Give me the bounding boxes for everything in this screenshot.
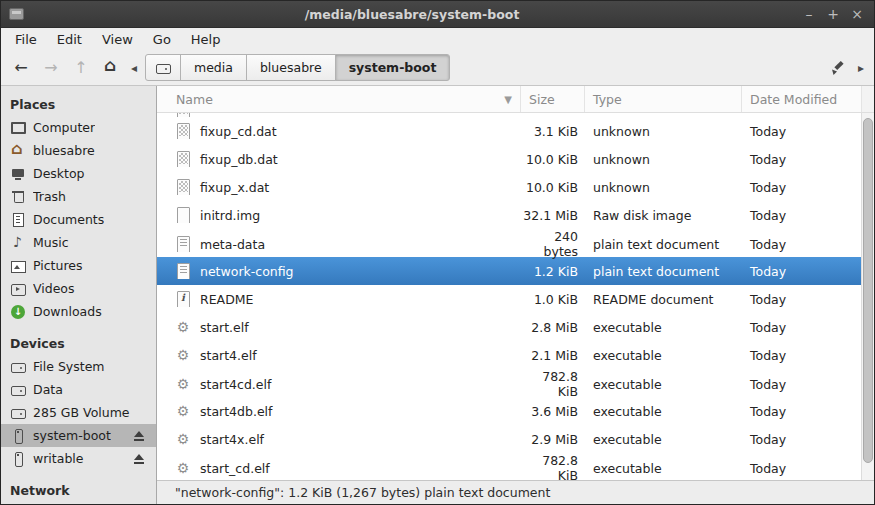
- column-header-label: Name: [176, 92, 213, 107]
- file-size-cell: 3.1 KiB: [521, 124, 585, 139]
- file-name-cell: fixup_db.dat: [157, 151, 521, 167]
- unknown-file-icon: [175, 123, 191, 139]
- file-row-fixup-db-dat[interactable]: fixup_db.dat10.0 KiBunknownToday: [157, 145, 861, 173]
- column-headers: Name▼SizeTypeDate Modified: [157, 86, 874, 113]
- drive-icon: [10, 382, 26, 398]
- status-text: "network-config": 1.2 KiB (1,267 bytes) …: [175, 485, 550, 500]
- sidebar-item-data[interactable]: Data: [1, 378, 156, 401]
- sort-indicator-icon: ▼: [504, 94, 512, 105]
- scrollbar-thumb[interactable]: [863, 118, 873, 463]
- menu-file[interactable]: File: [5, 30, 47, 49]
- file-row-start4db-elf[interactable]: start4db.elf3.6 MiBexecutableToday: [157, 397, 861, 425]
- breadcrumb-root-button[interactable]: [145, 54, 181, 81]
- drive-icon: [10, 359, 26, 375]
- sidebar-item-downloads[interactable]: Downloads: [1, 300, 156, 323]
- sidebar-item-music[interactable]: Music: [1, 231, 156, 254]
- sidebar-item-system-boot[interactable]: system-boot: [1, 424, 156, 447]
- file-date-cell: Today: [742, 208, 861, 223]
- file-row-network-config[interactable]: network-config1.2 KiBplain text document…: [157, 257, 861, 285]
- titlebar[interactable]: /media/bluesabre/system-boot – + ×: [1, 1, 874, 28]
- eject-icon[interactable]: [131, 451, 147, 467]
- forward-button[interactable]: →: [37, 54, 65, 81]
- file-pane: Name▼SizeTypeDate Modified fixup_cd.dat3…: [157, 86, 874, 504]
- menu-help[interactable]: Help: [181, 30, 231, 49]
- text-file-icon: [175, 263, 191, 279]
- file-row-readme[interactable]: README1.0 KiBREADME documentToday: [157, 285, 861, 313]
- menubar: FileEditViewGoHelp: [1, 28, 874, 50]
- file-type-cell: executable: [585, 377, 742, 392]
- breadcrumb-scroll-right-button[interactable]: ▸: [854, 54, 868, 81]
- sidebar-item-writable[interactable]: writable: [1, 447, 156, 470]
- column-header-date-modified[interactable]: Date Modified: [742, 86, 861, 112]
- file-list: fixup_cd.dat3.1 KiBunknownTodayfixup_db.…: [157, 113, 861, 480]
- file-name: start4x.elf: [200, 432, 264, 447]
- up-button[interactable]: ↑: [67, 54, 95, 81]
- breadcrumb-bluesabre[interactable]: bluesabre: [246, 54, 336, 81]
- file-row-start4x-elf[interactable]: start4x.elf2.9 MiBexecutableToday: [157, 425, 861, 453]
- maximize-button[interactable]: +: [824, 5, 842, 23]
- unknown-file-icon: [175, 151, 191, 167]
- sidebar-item-285-gb-volume[interactable]: 285 GB Volume: [1, 401, 156, 424]
- sidebar-section-devices: Devices: [1, 331, 156, 355]
- disk-image-icon: [175, 207, 191, 223]
- sidebar-item-videos[interactable]: Videos: [1, 277, 156, 300]
- column-header-name[interactable]: Name▼: [157, 86, 521, 112]
- column-header-label: Size: [529, 92, 555, 107]
- file-row-fixup-cd-dat[interactable]: fixup_cd.dat3.1 KiBunknownToday: [157, 117, 861, 145]
- window-menu-icon[interactable]: [9, 8, 24, 20]
- sidebar-item-label: Pictures: [33, 258, 83, 273]
- file-name-cell: fixup_x.dat: [157, 179, 521, 195]
- breadcrumb-media[interactable]: media: [180, 54, 247, 81]
- sidebar-item-browse-network[interactable]: Browse Network: [1, 502, 156, 504]
- file-row-start-elf[interactable]: start.elf2.8 MiBexecutableToday: [157, 313, 861, 341]
- file-name-cell: network-config: [157, 263, 521, 279]
- file-type-cell: unknown: [585, 180, 742, 195]
- sidebar-item-file-system[interactable]: File System: [1, 355, 156, 378]
- file-date-cell: Today: [742, 124, 861, 139]
- sidebar-item-computer[interactable]: Computer: [1, 116, 156, 139]
- clipped-row-above: [157, 113, 861, 117]
- breadcrumb-system-boot[interactable]: system-boot: [335, 54, 451, 81]
- statusbar: "network-config": 1.2 KiB (1,267 bytes) …: [157, 480, 874, 504]
- file-date-cell: Today: [742, 320, 861, 335]
- sidebar-item-bluesabre[interactable]: bluesabre: [1, 139, 156, 162]
- readme-file-icon: [175, 291, 191, 307]
- file-name: README: [200, 292, 253, 307]
- pictures-icon: [10, 258, 26, 274]
- vertical-scrollbar[interactable]: [861, 113, 874, 480]
- executable-file-icon: [175, 431, 191, 447]
- file-row-start4cd-elf[interactable]: start4cd.elf782.8 KiBexecutableToday: [157, 369, 861, 397]
- file-row-fixup-x-dat[interactable]: fixup_x.dat10.0 KiBunknownToday: [157, 173, 861, 201]
- file-row-initrd-img[interactable]: initrd.img32.1 MiBRaw disk imageToday: [157, 201, 861, 229]
- sidebar-item-desktop[interactable]: Desktop: [1, 162, 156, 185]
- sidebar-item-pictures[interactable]: Pictures: [1, 254, 156, 277]
- sidebar-item-label: Computer: [33, 120, 95, 135]
- file-row-meta-data[interactable]: meta-data240 bytesplain text documentTod…: [157, 229, 861, 257]
- menu-view[interactable]: View: [92, 30, 143, 49]
- minimize-button[interactable]: –: [800, 5, 818, 23]
- column-header-type[interactable]: Type: [585, 86, 742, 112]
- menu-go[interactable]: Go: [143, 30, 181, 49]
- file-date-cell: Today: [742, 180, 861, 195]
- file-row-start-cd-elf[interactable]: start_cd.elf782.8 KiBexecutableToday: [157, 453, 861, 480]
- sidebar-item-label: File System: [33, 359, 105, 374]
- breadcrumb-scroll-left-button[interactable]: ◂: [127, 54, 141, 81]
- file-size-cell: 782.8 KiB: [521, 453, 585, 480]
- sidebar-item-label: Desktop: [33, 166, 85, 181]
- toggle-location-entry-button[interactable]: [822, 54, 852, 81]
- menu-edit[interactable]: Edit: [47, 30, 92, 49]
- file-size-cell: 1.0 KiB: [521, 292, 585, 307]
- file-name-cell: start4.elf: [157, 347, 521, 363]
- file-row-start4-elf[interactable]: start4.elf2.1 MiBexecutableToday: [157, 341, 861, 369]
- close-button[interactable]: ×: [848, 5, 866, 23]
- sidebar-item-documents[interactable]: Documents: [1, 208, 156, 231]
- eject-icon[interactable]: [131, 428, 147, 444]
- executable-file-icon: [175, 376, 191, 392]
- breadcrumb: mediabluesabresystem-boot: [145, 54, 450, 81]
- back-button[interactable]: ←: [7, 54, 35, 81]
- music-icon: [10, 235, 26, 251]
- sidebar-item-trash[interactable]: Trash: [1, 185, 156, 208]
- home-button[interactable]: [97, 54, 125, 81]
- file-type-cell: README document: [585, 292, 742, 307]
- column-header-size[interactable]: Size: [521, 86, 585, 112]
